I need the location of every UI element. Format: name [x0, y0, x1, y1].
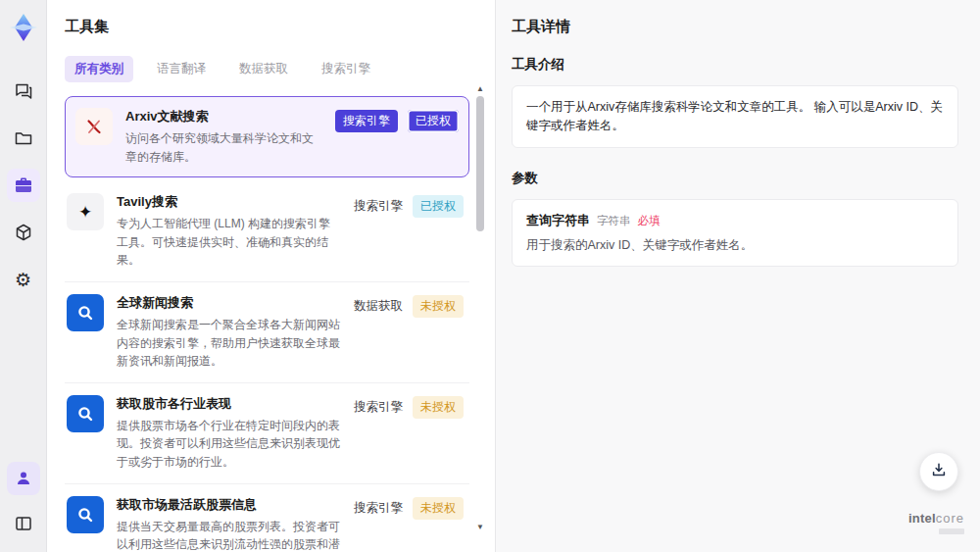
tool-card-stock-sector[interactable]: 获取股市各行业表现 提供股票市场各个行业在特定时间段内的表现。投资者可以利用这些…	[65, 383, 469, 484]
tool-card-global-news[interactable]: 全球新闻搜索 全球新闻搜索是一个聚合全球各大新闻网站内容的搜索引擎，帮助用户快速…	[65, 282, 469, 383]
category-label: 搜索引擎	[354, 500, 403, 517]
tool-list: Arxiv文献搜索 访问各个研究领域大量科学论文和文章的存储库。 搜索引擎 已授…	[65, 96, 469, 552]
param-required-tag: 必填	[638, 214, 661, 228]
category-label: 数据获取	[354, 298, 403, 315]
category-badge: 搜索引擎	[335, 110, 398, 132]
page-title: 工具集	[65, 18, 469, 36]
toolbox-icon	[14, 176, 33, 195]
tool-card-arxiv[interactable]: Arxiv文献搜索 访问各个研究领域大量科学论文和文章的存储库。 搜索引擎 已授…	[65, 96, 469, 177]
scroll-up-arrow[interactable]: ▲	[475, 84, 485, 94]
tool-name: Arxiv文献搜索	[125, 108, 322, 125]
sidebar-item-chat[interactable]	[7, 75, 40, 108]
tab-all-categories[interactable]: 所有类别	[65, 56, 133, 82]
auth-status-badge: 未授权	[413, 295, 464, 318]
sidebar-item-tools[interactable]	[7, 169, 40, 202]
tool-description: 提供股票市场各个行业在特定时间段内的表现。投资者可以利用这些信息来识别表现优于或…	[117, 417, 341, 472]
gear-icon: ⚙	[15, 271, 31, 289]
tool-card-tavily[interactable]: ✦ Tavily搜索 专为人工智能代理 (LLM) 构建的搜索引擎工具。可快速提…	[65, 181, 469, 282]
scroll-down-arrow[interactable]: ▼	[475, 523, 485, 532]
arxiv-icon	[75, 108, 113, 145]
user-icon	[15, 470, 32, 487]
tool-name: 获取股市各行业表现	[117, 395, 341, 413]
detail-title: 工具详情	[512, 18, 958, 36]
tab-language-translation[interactable]: 语言翻译	[147, 56, 216, 82]
sidebar-item-files[interactable]	[7, 122, 40, 155]
tool-description: 全球新闻搜索是一个聚合全球各大新闻网站内容的搜索引擎，帮助用户快速获取全球最新资…	[117, 316, 341, 371]
intro-text: 一个用于从Arxiv存储库搜索科学论文和文章的工具。 输入可以是Arxiv ID…	[526, 98, 944, 135]
param-box: 查询字符串 字符串 必填 用于搜索的Arxiv ID、关键字或作者姓名。	[512, 199, 958, 267]
sidebar-item-settings[interactable]: ⚙	[7, 263, 40, 296]
app-window: ⚙ 工具集 所有类别 语言翻译 数据获取 搜索引擎	[0, 0, 980, 552]
download-button[interactable]	[919, 452, 958, 491]
sidebar-item-account[interactable]	[7, 462, 40, 495]
intel-core-sub-badge	[939, 528, 964, 534]
tool-list-panel: 工具集 所有类别 语言翻译 数据获取 搜索引擎 Arxiv文献搜索 访问各个研究…	[47, 0, 495, 552]
list-scrollbar[interactable]: ▲ ▼	[475, 88, 485, 544]
params-heading: 参数	[512, 170, 958, 187]
sidebar: ⚙	[0, 0, 47, 552]
tab-search-engine[interactable]: 搜索引擎	[312, 56, 380, 82]
category-label: 搜索引擎	[354, 399, 403, 416]
tool-description: 专为人工智能代理 (LLM) 构建的搜索引擎工具。可快速提供实时、准确和真实的结…	[117, 215, 341, 270]
sidebar-item-collapse-panel[interactable]	[7, 507, 40, 540]
param-name: 查询字符串	[526, 212, 590, 229]
folder-icon	[14, 128, 33, 148]
auth-status-badge: 已授权	[408, 110, 459, 132]
intel-core-logo: intelcore	[908, 510, 964, 534]
app-logo-icon	[4, 8, 43, 47]
sidebar-item-packages[interactable]	[7, 216, 40, 249]
tool-detail-panel: 工具详情 工具介绍 一个用于从Arxiv存储库搜索科学论文和文章的工具。 输入可…	[495, 0, 980, 552]
tavily-star-icon: ✦	[67, 193, 104, 230]
blue-search-icon	[67, 496, 104, 533]
auth-status-badge: 未授权	[413, 396, 464, 419]
tool-name: 获取市场最活跃股票信息	[117, 496, 341, 514]
blue-search-icon	[67, 395, 104, 432]
blue-search-icon	[67, 294, 104, 331]
tool-description: 访问各个研究领域大量科学论文和文章的存储库。	[125, 129, 322, 166]
sidebar-bottom	[7, 462, 40, 544]
category-tabs: 所有类别 语言翻译 数据获取 搜索引擎	[65, 56, 469, 82]
auth-status-badge: 已授权	[413, 195, 464, 218]
cube-icon	[14, 223, 33, 242]
category-label: 搜索引擎	[354, 198, 403, 215]
param-type: 字符串	[597, 214, 631, 228]
tool-card-active-stocks[interactable]: 获取市场最活跃股票信息 提供当天交易量最高的股票列表。投资者可以利用这些信息来识…	[65, 484, 469, 552]
tab-data-fetching[interactable]: 数据获取	[229, 56, 298, 82]
chat-icon	[14, 81, 33, 101]
sidebar-nav: ⚙	[7, 75, 40, 296]
tool-name: 全球新闻搜索	[117, 294, 341, 312]
scrollbar-thumb[interactable]	[476, 96, 484, 231]
auth-status-badge: 未授权	[413, 497, 464, 520]
param-description: 用于搜索的Arxiv ID、关键字或作者姓名。	[526, 237, 944, 254]
panel-layout-icon	[14, 514, 33, 533]
intro-box: 一个用于从Arxiv存储库搜索科学论文和文章的工具。 输入可以是Arxiv ID…	[512, 85, 958, 148]
intro-heading: 工具介绍	[512, 56, 958, 74]
download-icon	[930, 461, 948, 482]
tool-description: 提供当天交易量最高的股票列表。投资者可以利用这些信息来识别流动性强的股票和潜在的…	[117, 518, 341, 552]
tool-name: Tavily搜索	[117, 193, 341, 211]
